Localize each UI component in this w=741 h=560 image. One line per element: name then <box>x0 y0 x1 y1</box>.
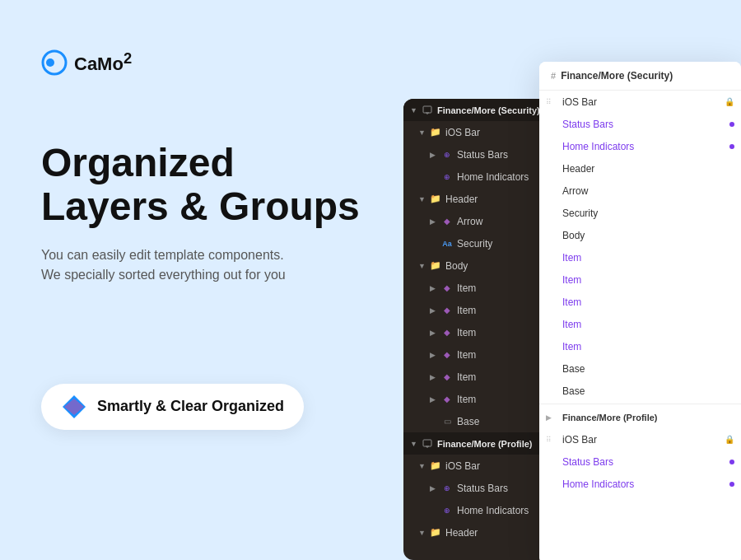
component-icon-home-profile: ⊕ <box>441 505 453 516</box>
svg-point-1 <box>46 58 54 67</box>
wt-item-label-1: Item <box>562 252 734 264</box>
wt-lock-profile: 🔒 <box>725 435 734 444</box>
wt-item-label-5: Item <box>562 341 734 352</box>
diamond-icon-arrow: ◆ <box>441 216 453 227</box>
diamond-icon-item2: ◆ <box>441 305 453 316</box>
wt-item-label-2: Item <box>562 274 734 286</box>
wt-base-2[interactable]: Base <box>539 380 741 402</box>
wt-status-bars-profile[interactable]: Status Bars <box>539 450 741 473</box>
wt-status-bars[interactable]: Status Bars <box>539 113 741 135</box>
wt-home-dot-profile <box>729 482 734 487</box>
diamond-icon-item6: ◆ <box>441 394 453 405</box>
wt-status-bars-profile-label: Status Bars <box>562 456 726 468</box>
wt-home-profile[interactable]: Home Indicators <box>539 473 741 495</box>
badge-text: Smartly & Clear Organized <box>97 398 284 415</box>
logo-icon <box>41 49 68 76</box>
badge: Smartly & Clear Organized <box>41 384 304 430</box>
wt-body-label: Body <box>562 230 734 241</box>
folder-icon-body: 📁 <box>430 260 441 272</box>
badge-icon <box>61 394 87 420</box>
monitor-icon <box>422 105 433 116</box>
diamond-icon-item5: ◆ <box>441 371 453 383</box>
wt-ios-bar-label: iOS Bar <box>562 96 721 108</box>
wt-chevron-profile: ▶ <box>546 413 562 422</box>
svg-rect-4 <box>423 106 431 113</box>
left-panel: CaMo2 Organized Layers & Groups You can … <box>0 0 403 560</box>
wt-header[interactable]: Header <box>539 157 741 180</box>
wt-header-label: Header <box>562 163 734 175</box>
wt-base-label-2: Base <box>562 385 734 397</box>
wt-arrow-label: Arrow <box>562 185 734 197</box>
wt-home-label: Home Indicators <box>562 141 726 152</box>
wt-status-bars-label: Status Bars <box>562 119 726 130</box>
wt-item-2[interactable]: Item <box>539 268 741 291</box>
wt-home-profile-label: Home Indicators <box>562 478 726 490</box>
diamond-icon-item4: ◆ <box>441 349 453 361</box>
wt-item-3[interactable]: Item <box>539 291 741 313</box>
folder-icon-ios: 📁 <box>430 127 441 138</box>
svg-rect-7 <box>423 440 431 446</box>
component-icon-home: ⊕ <box>441 171 453 183</box>
chevron-security: ▼ <box>410 106 420 114</box>
wt-home-dot <box>729 144 734 149</box>
monitor-icon-profile <box>422 438 433 450</box>
wt-item-label-4: Item <box>562 319 734 330</box>
white-panel-header: # Finance/More (Security) <box>539 62 741 91</box>
white-panel-title: Finance/More (Security) <box>561 70 673 82</box>
component-icon-status-profile: ⊕ <box>441 483 453 494</box>
wt-ios-bar-profile[interactable]: ⠿ iOS Bar 🔒 <box>539 428 741 450</box>
hash-icon: # <box>551 71 556 81</box>
wt-status-dot-profile <box>729 460 734 464</box>
folder-icon-ios-profile: 📁 <box>430 460 441 472</box>
wt-profile-section[interactable]: ▶ Finance/More (Profile) <box>539 406 741 428</box>
component-icon-status: ⊕ <box>441 149 453 161</box>
wt-base-1[interactable]: Base <box>539 357 741 380</box>
wt-ios-bar-profile-label: iOS Bar <box>562 434 721 446</box>
wt-base-label-1: Base <box>562 363 734 375</box>
logo-text: CaMo2 <box>74 49 132 75</box>
text-icon-security: Aa <box>441 238 453 250</box>
folder-icon-header: 📁 <box>430 194 441 205</box>
wt-profile-label: Finance/More (Profile) <box>562 413 734 422</box>
folder-icon-header-profile: 📁 <box>430 527 441 539</box>
subtext: You can easily edit template components.… <box>41 245 362 285</box>
wt-item-4[interactable]: Item <box>539 313 741 335</box>
headline: Organized Layers & Groups <box>41 142 362 229</box>
wt-security-label: Security <box>562 208 734 219</box>
wt-home-indicators[interactable]: Home Indicators <box>539 135 741 157</box>
diamond-icon-item1: ◆ <box>441 282 453 294</box>
wt-status-dot <box>729 122 734 127</box>
wt-item-5[interactable]: Item <box>539 335 741 357</box>
wt-separator <box>539 404 741 404</box>
wt-grid-icon-profile: ⠿ <box>546 436 562 444</box>
white-panel: # Finance/More (Security) ⠿ iOS Bar 🔒 St… <box>539 62 741 560</box>
svg-marker-3 <box>64 399 84 415</box>
wt-item-1[interactable]: Item <box>539 246 741 268</box>
logo: CaMo2 <box>41 49 362 76</box>
wt-grid-icon: ⠿ <box>546 98 562 106</box>
diamond-icon-item3: ◆ <box>441 327 453 338</box>
chevron-profile: ▼ <box>410 440 420 448</box>
wt-arrow[interactable]: Arrow <box>539 180 741 202</box>
wt-ios-bar[interactable]: ⠿ iOS Bar 🔒 <box>539 91 741 113</box>
rect-icon-base1: ▭ <box>441 416 453 427</box>
wt-lock-ios: 🔒 <box>725 97 734 106</box>
wt-body[interactable]: Body <box>539 224 741 246</box>
wt-security[interactable]: Security <box>539 202 741 224</box>
wt-item-label-3: Item <box>562 296 734 308</box>
